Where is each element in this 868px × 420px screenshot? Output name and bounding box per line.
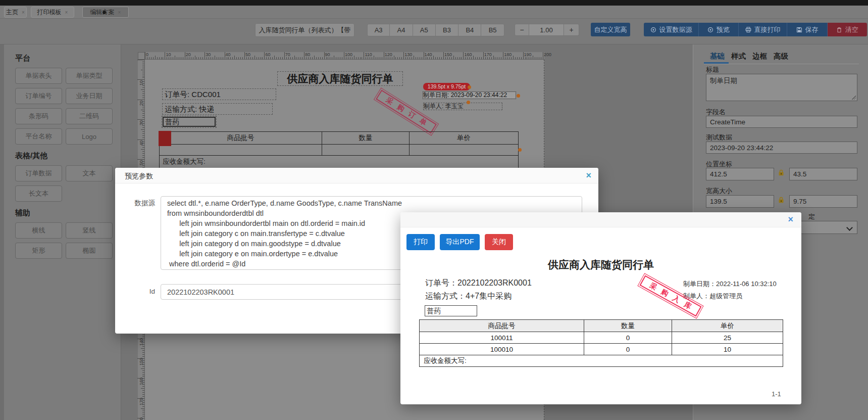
tab-close-icon[interactable]: × (22, 10, 25, 15)
preview-table-header: 商品批号 (420, 320, 584, 332)
tab-打印模板[interactable]: 打印模板× (31, 7, 74, 18)
sidebar-item-订单数据[interactable]: 订单数据 (15, 165, 62, 181)
sidebar-item-二维码[interactable]: 二维码 (66, 108, 113, 124)
paper-size-A4[interactable]: A4 (390, 24, 413, 36)
preview-transport: 运输方式：4+7集中采购 (425, 291, 512, 302)
print-button[interactable]: 打印 (406, 234, 435, 250)
position-x-input[interactable]: 412.5 (706, 168, 774, 180)
tab-主页[interactable]: 主页× (4, 7, 27, 18)
sidebar-section-title: 表格/其他 (15, 151, 113, 161)
canvas-table-header: 数量 (322, 132, 410, 145)
template-select-button[interactable]: 入库随货同行单（列表式）【带 (255, 23, 354, 37)
canvas-transport-element[interactable]: 运输方式: 快递 (162, 103, 273, 115)
resize-handle-table[interactable] (518, 148, 522, 152)
paper-size-B4[interactable]: B4 (458, 24, 481, 36)
height-input[interactable]: 9.75 (789, 195, 857, 208)
dialog-title: 预览参数 (125, 172, 153, 181)
resize-handle-right[interactable] (517, 94, 520, 98)
set-datasource-button[interactable]: 设置数据源 (644, 23, 698, 36)
resize-handle-top[interactable] (468, 85, 471, 89)
sidebar-item-平台名称[interactable]: 平台名称 (15, 128, 62, 145)
canvas-title-element[interactable]: 供应商入库随货同行单 (277, 71, 403, 86)
sidebar-item-条形码[interactable]: 条形码 (15, 108, 62, 124)
canvas-table-header: 商品批号 (160, 132, 322, 145)
resize-handle-bottom[interactable] (467, 101, 470, 104)
tab-label: 打印模板 (37, 8, 62, 17)
canvas-table-header: 单价 (410, 132, 519, 145)
testdata-input[interactable]: 2023-09-20 23:44:22 (706, 142, 857, 154)
close-button[interactable]: 关闭 (485, 234, 513, 250)
zoom-out-button[interactable]: − (515, 24, 529, 36)
save-button[interactable]: 保存 (787, 23, 827, 36)
export-pdf-button[interactable]: 导出PDF (440, 234, 480, 250)
partial-label: 定 (808, 212, 815, 221)
position-y-input[interactable]: 43.5 (789, 168, 857, 180)
sidebar-item-单据表头[interactable]: 单据表头 (15, 68, 62, 84)
sidebar-item-横线[interactable]: 横线 (15, 222, 62, 239)
chevron-down-icon (846, 224, 853, 231)
print-preview-dialog: × 打印 导出PDF 关闭 供应商入库随货同行单 订单号：2022102203R… (400, 212, 801, 404)
sidebar-item-Logo[interactable]: Logo (66, 128, 113, 145)
sidebar-item-矩形[interactable]: 矩形 (15, 243, 62, 259)
tab-编辑方案[interactable]: 编辑方案× (82, 7, 129, 18)
sidebar-item-业务日期[interactable]: 业务日期 (66, 88, 113, 104)
trash-icon (836, 27, 842, 33)
tab-style[interactable]: 样式 (731, 52, 746, 61)
zoom-in-button[interactable]: + (564, 24, 579, 36)
tab-close-icon[interactable]: × (65, 10, 68, 15)
tab-basic[interactable]: 基础 (710, 52, 725, 61)
sidebar-item-单据类型[interactable]: 单据类型 (66, 68, 113, 84)
dialog-header (115, 168, 598, 183)
width-input[interactable]: 139.5 (706, 195, 774, 208)
canvas-table-cell (322, 145, 410, 156)
title-field-value: 制单日期 (710, 76, 737, 85)
close-icon[interactable]: × (586, 170, 591, 181)
preview-make-date: 制单日期：2022-11-06 10:32:10 (683, 279, 777, 289)
preview-table-cell: 0 (584, 344, 672, 355)
sidebar-item-订单编号[interactable]: 订单编号 (15, 88, 62, 104)
custom-size-button[interactable]: 自定义宽高 (591, 23, 630, 36)
fieldname-input[interactable]: CreateTime (706, 116, 857, 128)
action-button-group: 设置数据源 预览 直接打印 保存 清空 (644, 23, 867, 36)
ruler-corner (138, 52, 145, 60)
table-row-handle[interactable] (159, 131, 171, 146)
canvas-makedate-element-selected[interactable]: 制单日期: 2023-09-20 23:44:22 (423, 91, 516, 99)
canvas-table-cell (410, 145, 519, 156)
clear-button[interactable]: 清空 (827, 23, 867, 36)
print-template-designer: 主页×打印模板×编辑方案× 入库随货同行单（列表式）【带 A3A4A5B3B4B… (0, 0, 868, 420)
active-tab-dot (103, 11, 106, 14)
tab-advanced[interactable]: 高级 (774, 52, 788, 61)
canvas-drugtype-element[interactable]: 普药 (163, 117, 216, 127)
sidebar-item-竖线[interactable]: 竖线 (66, 222, 113, 239)
paper-size-A5[interactable]: A5 (413, 24, 436, 36)
save-label: 保存 (805, 25, 819, 34)
sidebar-item-文本[interactable]: 文本 (66, 165, 113, 181)
datasource-label: 数据源 (134, 199, 155, 208)
tab-close-icon[interactable]: × (118, 10, 121, 15)
tab-bar: 主页×打印模板×编辑方案× (0, 6, 868, 19)
preview-make-person: 制单人：超级管理员 (683, 292, 742, 301)
sidebar-section-title: 辅助 (15, 208, 113, 218)
canvas-makeperson-element[interactable]: 制单人: 李玉宝 (423, 103, 502, 110)
canvas-data-table[interactable]: 商品批号数量单价应收金额大写: (159, 131, 519, 168)
direct-print-button[interactable]: 直接打印 (738, 23, 787, 36)
tab-border[interactable]: 边框 (752, 52, 767, 61)
paper-size-B3[interactable]: B3 (436, 24, 458, 36)
title-field-input[interactable]: 制单日期 (706, 74, 857, 101)
datasource-icon (650, 27, 656, 33)
horizontal-ruler: 0102030405060708090100110120130140150160… (145, 52, 544, 60)
sidebar-item-椭圆[interactable]: 椭圆 (66, 243, 113, 259)
preview-table-cell: 25 (672, 332, 783, 344)
zoom-value[interactable]: 1.00 (529, 24, 564, 36)
textarea-resize-grip[interactable] (852, 96, 856, 100)
lock-icon-2 (778, 197, 785, 203)
preview-table-cell: 100011 (420, 332, 584, 344)
paper-size-B5[interactable]: B5 (481, 24, 504, 36)
canvas-orderno-element[interactable]: 订单号: CDC001 (162, 88, 276, 100)
sidebar-item-长文本[interactable]: 长文本 (15, 185, 62, 202)
paper-size-A3[interactable]: A3 (367, 24, 390, 36)
close-icon[interactable]: × (788, 214, 793, 225)
preview-doc-title: 供应商入库随货同行单 (400, 258, 801, 272)
eye-icon (707, 27, 713, 33)
preview-button[interactable]: 预览 (698, 23, 738, 36)
